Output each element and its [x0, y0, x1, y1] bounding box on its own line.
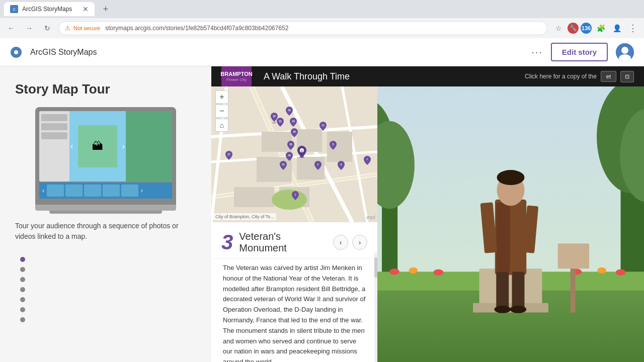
story-text: The Veteran was carved by artist Jim Men… — [211, 258, 377, 362]
svg-text:32: 32 — [288, 109, 291, 112]
laptop-illustration: 🏔 ‹ › ‹ — [35, 107, 176, 211]
tab-title: ArcGIS StoryMaps — [22, 6, 72, 13]
thumb-5[interactable] — [121, 185, 138, 197]
story-info-panel: 3 Veteran's Monument ‹ › The Veteran was… — [211, 222, 377, 362]
map-controls: + − ⌂ — [215, 90, 228, 132]
thumb-2[interactable] — [65, 185, 83, 197]
security-icon: ⚠ — [65, 25, 70, 32]
app-logo — [10, 46, 22, 58]
thumb-next[interactable]: › — [140, 187, 144, 194]
svg-text:30: 30 — [273, 115, 276, 118]
browser-nav: ← → ↻ ⚠ Not secure storymaps.arcgis.com/… — [0, 18, 644, 38]
nav-item-2 — [41, 123, 67, 130]
svg-rect-15 — [262, 132, 292, 152]
nav-item-3 — [41, 132, 67, 139]
story-number-row: 3 Veteran's Monument ‹ › — [211, 222, 377, 258]
dot-6[interactable] — [20, 307, 25, 312]
svg-text:11: 11 — [321, 124, 325, 127]
dot-4[interactable] — [20, 287, 25, 292]
dot-1[interactable] — [20, 257, 25, 262]
svg-point-57 — [597, 267, 606, 274]
svg-point-1 — [14, 50, 18, 54]
thumb-4[interactable] — [103, 185, 120, 197]
browser-nav-icons: ☆ 🔧 136 🧩 👤 ⋮ — [551, 21, 640, 35]
photo-panel — [377, 86, 644, 362]
map-attribution: City of Brampton, City of To... — [213, 213, 276, 220]
address-bar[interactable]: ⚠ Not secure storymaps.arcgis.com/storie… — [58, 21, 547, 35]
map-container[interactable]: 30 32 31 — [211, 86, 377, 222]
edit-story-button[interactable]: Edit story — [551, 43, 608, 61]
svg-text:31: 31 — [279, 120, 282, 123]
svg-point-54 — [409, 267, 418, 274]
more-options-button[interactable]: ··· — [531, 46, 543, 58]
tab-close-button[interactable]: ✕ — [83, 5, 89, 13]
svg-point-55 — [433, 269, 443, 275]
browser-titlebar: S ArcGIS StoryMaps ✕ + — [0, 0, 644, 18]
brampton-logo-box: BRAMPTON Flower City — [221, 66, 252, 86]
url-text: storymaps.arcgis.com/stories/1fe82b574bc… — [105, 25, 288, 32]
back-button[interactable]: ← — [4, 21, 18, 35]
thumb-3[interactable] — [84, 185, 101, 197]
svg-point-58 — [616, 269, 626, 275]
story-description-text: The Veteran was carved by artist Jim Men… — [223, 259, 367, 362]
new-tab-button[interactable]: + — [99, 2, 113, 16]
svg-point-70 — [510, 306, 526, 313]
right-panel: BRAMPTON Flower City A Walk Through Time… — [211, 66, 644, 362]
laptop-screen: 🏔 ‹ › — [39, 111, 172, 182]
left-panel: Story Map Tour — [0, 66, 211, 362]
share-button[interactable]: ⊡ — [620, 71, 634, 82]
dot-3[interactable] — [20, 277, 25, 282]
mountain-icon: 🏔 — [92, 140, 103, 153]
story-description: Tour your audience through a sequence of… — [15, 221, 196, 242]
zoom-out-button[interactable]: − — [215, 105, 228, 118]
svg-text:39: 39 — [289, 143, 292, 146]
user-avatar[interactable] — [616, 43, 634, 61]
dot-5[interactable] — [20, 297, 25, 302]
browser-tab[interactable]: S ArcGIS StoryMaps ✕ — [4, 2, 95, 16]
menu-button[interactable]: ⋮ — [626, 21, 640, 35]
copy-link-area: Click here for a copy of the et ⊡ — [525, 71, 634, 82]
svg-rect-20 — [234, 187, 274, 207]
app-title: ArcGIS StoryMaps — [30, 48, 97, 57]
story-title: A Walk Through Time — [264, 71, 350, 82]
svg-text:41: 41 — [282, 163, 285, 166]
map-home-button[interactable]: ⌂ — [215, 119, 228, 132]
reload-button[interactable]: ↻ — [40, 21, 54, 35]
svg-rect-60 — [473, 303, 548, 313]
esri-logo: esri — [366, 214, 375, 220]
dot-7[interactable] — [20, 317, 25, 322]
svg-point-22 — [272, 190, 307, 210]
story-header: BRAMPTON Flower City A Walk Through Time… — [211, 66, 644, 86]
right-arrow[interactable]: › — [122, 142, 125, 151]
dot-2[interactable] — [20, 267, 25, 272]
next-story-button[interactable]: › — [352, 235, 367, 250]
svg-point-64 — [497, 170, 525, 185]
svg-rect-18 — [297, 157, 325, 179]
forward-button[interactable]: → — [22, 21, 36, 35]
svg-rect-68 — [512, 272, 524, 309]
main-content: Story Map Tour — [0, 66, 644, 362]
left-arrow[interactable]: ‹ — [70, 142, 73, 151]
profile-button[interactable]: 👤 — [610, 21, 624, 35]
dots-navigation — [15, 257, 196, 322]
svg-text:33: 33 — [292, 120, 295, 123]
svg-text:2: 2 — [317, 163, 319, 166]
zoom-in-button[interactable]: + — [215, 90, 228, 104]
extension-icon[interactable]: 🔧 — [568, 23, 579, 34]
svg-text:40: 40 — [288, 154, 291, 157]
thumb-prev[interactable]: ‹ — [41, 187, 45, 194]
security-label: Not secure — [73, 25, 100, 31]
copy-button[interactable]: et — [601, 71, 616, 82]
thumb-1[interactable] — [47, 185, 64, 197]
svg-point-69 — [495, 306, 511, 313]
prev-story-button[interactable]: ‹ — [333, 235, 348, 250]
svg-text:35: 35 — [293, 130, 296, 133]
bookmark-icon[interactable]: ☆ — [551, 21, 566, 35]
nav-item-1 — [41, 114, 67, 121]
brampton-name: BRAMPTON — [220, 71, 252, 77]
screen-right: 🏔 ‹ › — [69, 111, 172, 182]
app-header: ArcGIS StoryMaps ··· Edit story — [0, 38, 644, 66]
panel-title: Story Map Tour — [15, 81, 196, 97]
extensions-button[interactable]: 🧩 — [594, 21, 608, 35]
user-count-icon[interactable]: 136 — [581, 23, 592, 34]
